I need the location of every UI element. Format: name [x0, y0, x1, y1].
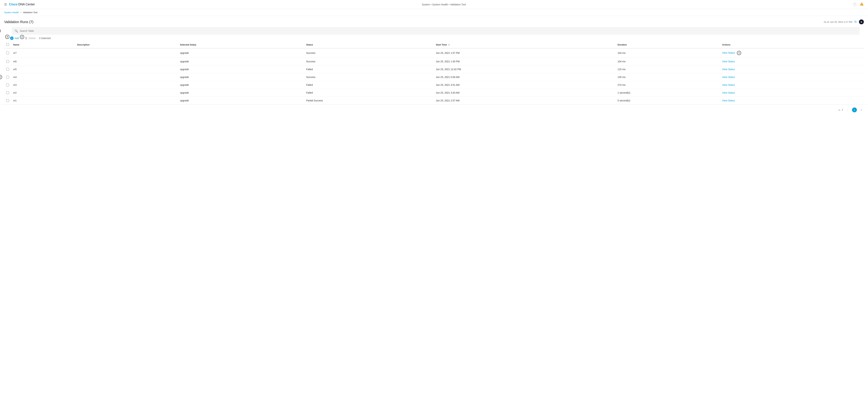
page-header-right: As of: Jun 25, 2021 2:17 PM ↻ 6	[824, 20, 864, 24]
row-checkbox[interactable]	[6, 76, 9, 79]
row-name: vr5	[11, 65, 75, 73]
menu-icon[interactable]: ☰	[4, 3, 7, 6]
row-selected-sets: upgrade	[178, 48, 304, 58]
header-breadcrumb-center: System • System Health • Validation Tool	[422, 3, 466, 6]
page-header: Validation Runs (7) As of: Jun 25, 2021 …	[0, 16, 868, 27]
svg-text:!: !	[861, 3, 862, 5]
row-duration: 1 second(s)	[615, 89, 720, 97]
table-row: vr3 upgrade Failed Jun 25, 2021 3:51 AM …	[4, 81, 864, 89]
pagination-next[interactable]: ›	[859, 108, 864, 112]
row-actions: View Status	[720, 65, 864, 73]
row-checkbox[interactable]	[6, 52, 9, 54]
row-checkbox[interactable]	[6, 84, 9, 86]
view-status-link[interactable]: View Status	[722, 76, 735, 79]
row-status: Failed	[304, 65, 434, 73]
table-row: vr6 upgrade Success Jun 25, 2021 1:30 PM…	[4, 58, 864, 65]
row-checkbox[interactable]	[6, 60, 9, 63]
row-actions: View Status	[720, 73, 864, 81]
page-title: Validation Runs (7)	[4, 20, 33, 24]
as-of-label: As of: Jun 25, 2021 2:17 PM	[824, 21, 852, 23]
header-right: ? !	[853, 2, 864, 7]
row-status: Failed	[304, 81, 434, 89]
row-status: Success	[304, 73, 434, 81]
step-badge-5: 5	[737, 51, 741, 55]
col-status: Status	[304, 41, 434, 48]
selected-count: 0 Selected	[39, 37, 51, 39]
col-name: Name	[11, 41, 75, 48]
row-duration: 5 second(s)	[615, 97, 720, 104]
pagination: 1 - 7 ‹ 1 ›	[0, 104, 868, 115]
header-left: ☰ Cisco DNA Center	[4, 3, 35, 6]
search-icon: 🔍	[14, 29, 18, 33]
row-start-time: Jun 25, 2021 5:00 AM	[434, 73, 616, 81]
row-description	[75, 48, 178, 58]
trash-icon: 🗑	[25, 37, 28, 40]
row-status: Success	[304, 48, 434, 58]
row-checkbox-cell	[4, 58, 11, 65]
row-description	[75, 89, 178, 97]
row-selected-sets: upgrade	[178, 89, 304, 97]
row-name: vr3	[11, 81, 75, 89]
row-actions: View Status	[720, 81, 864, 89]
delete-label: Delete	[29, 37, 36, 39]
row-actions: View Status 5	[720, 48, 864, 58]
row-name: vr1	[11, 97, 75, 104]
row-description	[75, 81, 178, 89]
view-status-link[interactable]: View Status	[722, 60, 735, 63]
row-name: vr4	[11, 73, 75, 81]
row-start-time: Jun 25, 2021 12:42 PM	[434, 65, 616, 73]
brand-dna-text: DNA Center	[18, 3, 35, 6]
row-selected-sets: upgrade	[178, 73, 304, 81]
row-checkbox-cell	[4, 48, 11, 58]
row-selected-sets: upgrade	[178, 97, 304, 104]
col-selected-sets: Selected Set(s)	[178, 41, 304, 48]
row-description	[75, 58, 178, 65]
row-name: vr6	[11, 58, 75, 65]
help-icon[interactable]: ?	[853, 2, 857, 7]
view-status-link[interactable]: View Status	[722, 84, 735, 86]
view-status-link[interactable]: View Status	[722, 91, 735, 94]
breadcrumb-separator: >	[20, 11, 22, 14]
table-header-row: Name Description Selected Set(s) Status …	[4, 41, 864, 48]
search-input[interactable]	[20, 30, 857, 32]
refresh-icon[interactable]: ↻	[854, 20, 857, 24]
row-duration: 104 ms	[615, 58, 720, 65]
select-all-checkbox[interactable]	[6, 43, 9, 46]
pagination-page-1[interactable]: 1	[852, 108, 857, 112]
row-checkbox[interactable]	[6, 99, 9, 102]
step-badge-4: 4	[20, 35, 24, 39]
row-checkbox[interactable]	[6, 91, 9, 94]
view-status-link[interactable]: View Status	[722, 52, 735, 54]
step-badge-1: 1	[0, 29, 1, 33]
row-status: Failed	[304, 89, 434, 97]
row-start-time: Jun 25, 2021 1:30 PM	[434, 58, 616, 65]
col-checkbox	[4, 41, 11, 48]
add-button[interactable]: 2 + Add	[8, 36, 19, 40]
alert-icon[interactable]: !	[860, 2, 864, 7]
breadcrumb-parent-link[interactable]: System Health	[4, 11, 19, 14]
table-row: vr2 upgrade Failed Jun 25, 2021 3:43 AM …	[4, 89, 864, 97]
sort-icon: ▼	[448, 44, 450, 46]
delete-button[interactable]: 4 🗑 Delete	[22, 37, 36, 40]
row-description	[75, 97, 178, 104]
table-row: vr7 upgrade Success Jun 25, 2021 1:57 PM…	[4, 48, 864, 58]
view-status-link[interactable]: View Status	[722, 99, 735, 102]
row-selected-sets: upgrade	[178, 65, 304, 73]
top-header: ☰ Cisco DNA Center System • System Healt…	[0, 0, 868, 9]
row-actions: View Status	[720, 97, 864, 104]
row-start-time: Jun 25, 2021 3:51 AM	[434, 81, 616, 89]
row-name: vr2	[11, 89, 75, 97]
row-start-time: Jun 25, 2021 1:57 PM	[434, 48, 616, 58]
view-status-link[interactable]: View Status	[722, 68, 735, 71]
row-status: Success	[304, 58, 434, 65]
col-duration: Duration	[615, 41, 720, 48]
row-start-time: Jun 25, 2021 2:57 AM	[434, 97, 616, 104]
row-checkbox[interactable]	[6, 68, 9, 71]
validation-runs-table: Name Description Selected Set(s) Status …	[4, 41, 864, 104]
search-section: 1 🔍	[0, 27, 868, 35]
row-selected-sets: upgrade	[178, 81, 304, 89]
row-checkbox-cell	[4, 97, 11, 104]
col-start-time[interactable]: Start Time ▼	[434, 41, 616, 48]
table-container: Name Description Selected Set(s) Status …	[0, 41, 868, 104]
pagination-prev[interactable]: ‹	[845, 108, 850, 112]
